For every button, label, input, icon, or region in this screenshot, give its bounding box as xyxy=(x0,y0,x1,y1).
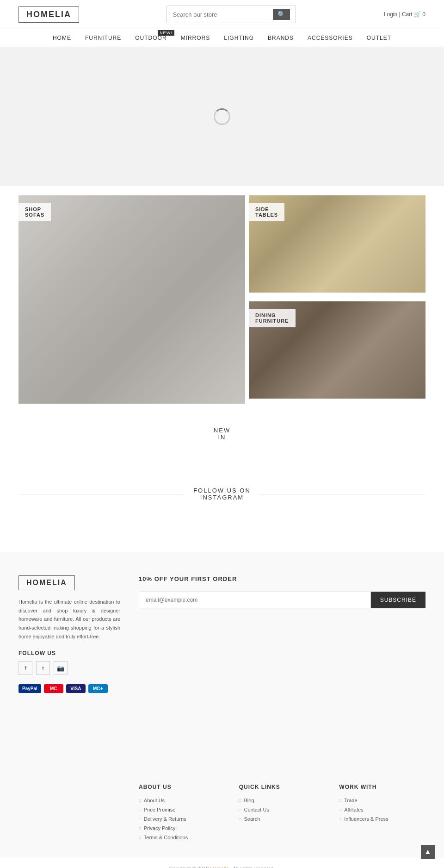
new-in-title[interactable]: NEW IN xyxy=(204,427,240,441)
login-link[interactable]: Login xyxy=(384,11,397,18)
sidetables-label: SIDE TABLES xyxy=(249,203,284,221)
footer-brand: HOMELIA Homelia is the ultimate online d… xyxy=(18,575,120,844)
insta-line-right xyxy=(260,494,426,494)
footer-link[interactable]: Delivery & Returns xyxy=(139,816,225,822)
footer-link[interactable]: Contact Us xyxy=(239,807,326,812)
nav-item-lighting[interactable]: LIGHTING xyxy=(224,35,254,41)
work-with-title: WORK WITH xyxy=(339,784,426,790)
divider-line-right xyxy=(240,434,426,434)
dining-label: DINING FURNITURE xyxy=(249,309,296,327)
email-input[interactable] xyxy=(139,592,371,608)
search-input[interactable] xyxy=(173,11,273,18)
cart-link[interactable]: Cart 🛒 0 xyxy=(402,11,426,18)
instagram-icon[interactable]: 📷 xyxy=(54,661,68,675)
instagram-section: FOLLOW US ON INSTAGRAM xyxy=(0,473,444,552)
footer-link[interactable]: Privacy Policy xyxy=(139,825,225,831)
nav-item-outlet[interactable]: OUTLET xyxy=(367,35,391,41)
footer-link[interactable]: Trade xyxy=(339,798,426,803)
visa-icon: VISA xyxy=(66,684,86,693)
divider-line-left xyxy=(18,434,204,434)
new-badge: New! xyxy=(158,30,174,36)
nav-item-mirrors[interactable]: MIRRORS xyxy=(181,35,210,41)
sofa-label: SHOP SOFAS xyxy=(18,203,51,221)
nav-item-furniture[interactable]: FURNITURE xyxy=(85,35,121,41)
site-header: HOMELIA 🔍 Login | Cart 🛒 0 xyxy=(0,0,444,29)
quick-links-title: QUICK LINKS xyxy=(239,784,326,790)
site-footer: HOMELIA Homelia is the ultimate online d… xyxy=(0,552,444,868)
brand-link[interactable]: Homelia xyxy=(210,866,228,868)
nav-item-home[interactable]: HOME xyxy=(53,35,71,41)
instagram-title[interactable]: FOLLOW US ON INSTAGRAM xyxy=(184,487,260,501)
payment-icons: PayPal MC VISA MC+ xyxy=(18,684,120,693)
nav-item-accessories[interactable]: ACCESSORIES xyxy=(308,35,353,41)
nav-item-brands[interactable]: BRANDS xyxy=(268,35,294,41)
footer-links: ABOUT US About UsPrice PromiseDelivery &… xyxy=(139,784,426,844)
scroll-to-top[interactable]: ▲ xyxy=(421,845,435,859)
footer-bottom: Copyright © 2018 Homelia . All rights re… xyxy=(0,858,444,868)
quick-links-col: QUICK LINKS BlogContact UsSearch xyxy=(239,784,326,844)
dining-card[interactable]: DINING FURNITURE xyxy=(249,301,426,404)
nav-item-outdoor[interactable]: OUTDOORNew! xyxy=(135,35,166,41)
footer-link[interactable]: Terms & Conditions xyxy=(139,835,225,840)
product-grid-section: SHOP SOFAS SIDE TABLES DINING FURNITURE xyxy=(0,186,444,413)
right-cards: SIDE TABLES DINING FURNITURE xyxy=(249,195,426,404)
new-in-section: NEW IN xyxy=(0,413,444,473)
twitter-icon[interactable]: t xyxy=(36,661,50,675)
about-us-col: ABOUT US About UsPrice PromiseDelivery &… xyxy=(139,784,225,844)
insta-line-left xyxy=(18,494,184,494)
mastercard-icon: MC xyxy=(44,684,63,693)
search-button[interactable]: 🔍 xyxy=(273,9,290,20)
subscribe-button[interactable]: SUBSCRIBE xyxy=(371,592,426,608)
maestro-icon: MC+ xyxy=(88,684,108,693)
follow-label: FOLLOW US xyxy=(18,650,120,656)
footer-link[interactable]: Price Promise xyxy=(139,807,225,812)
about-us-title: ABOUT US xyxy=(139,784,225,790)
work-with-col: WORK WITH TradeAffiliatesInfluencers & P… xyxy=(339,784,426,844)
footer-link[interactable]: Blog xyxy=(239,798,326,803)
newsletter-title: 10% OFF YOUR FIRST ORDER xyxy=(139,575,426,582)
footer-logo[interactable]: HOMELIA xyxy=(18,575,75,590)
footer-link[interactable]: About Us xyxy=(139,798,225,803)
footer-link[interactable]: Search xyxy=(239,816,326,822)
sofa-card[interactable]: SHOP SOFAS xyxy=(18,195,245,404)
hero-section xyxy=(0,47,444,186)
social-icons: f t 📷 xyxy=(18,661,120,675)
header-auth: Login | Cart 🛒 0 xyxy=(384,11,426,18)
footer-link[interactable]: Influencers & Press xyxy=(339,816,426,822)
newsletter-form: SUBSCRIBE xyxy=(139,592,426,608)
paypal-icon: PayPal xyxy=(18,684,41,693)
facebook-icon[interactable]: f xyxy=(18,661,32,675)
site-logo[interactable]: HOMELIA xyxy=(18,6,79,23)
copyright-text: Copyright © 2018 xyxy=(169,866,209,868)
search-container: 🔍 xyxy=(166,6,296,23)
newsletter-section: 10% OFF YOUR FIRST ORDER SUBSCRIBE xyxy=(139,575,426,770)
rights-text: . All rights reserved. xyxy=(230,866,275,868)
sidetables-card[interactable]: SIDE TABLES xyxy=(249,195,426,298)
footer-description: Homelia is the ultimate online destinati… xyxy=(18,598,120,641)
loading-spinner xyxy=(214,108,230,125)
footer-link[interactable]: Affiliates xyxy=(339,807,426,812)
main-nav: HOMEFURNITUREOUTDOORNew!MIRRORSLIGHTINGB… xyxy=(0,29,444,47)
